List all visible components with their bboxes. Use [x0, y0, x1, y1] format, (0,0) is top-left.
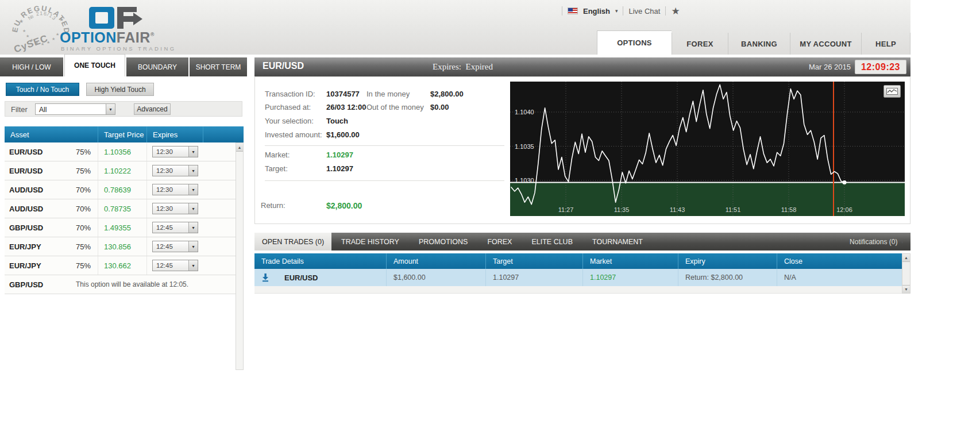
asset-name: EUR/USD	[5, 167, 76, 175]
scroll-down-icon[interactable]: ▼	[902, 285, 910, 293]
target-price: 0.78639	[98, 180, 146, 199]
asset-row[interactable]: EUR/USD75% 1.10222 12:30▾	[5, 161, 236, 180]
dropdown-arrow-icon: ▾	[188, 260, 198, 271]
svg-text:CySEC: CySEC	[13, 33, 49, 54]
asset-name: EUR/JPY	[5, 242, 76, 251]
target-price: 130.856	[98, 237, 146, 256]
asset-name: GBP/USD	[5, 280, 76, 289]
options-sidebar: HIGH / LOW ONE TOUCH BOUNDARY SHORT TERM…	[0, 57, 247, 352]
asset-table-scrollbar[interactable]: ▲	[236, 142, 244, 370]
target-price: 130.662	[98, 256, 146, 275]
payout-percent: 75%	[76, 261, 98, 270]
invested-value: $1,600.00	[326, 130, 360, 139]
divider	[265, 180, 504, 181]
advanced-button[interactable]: Advanced	[134, 103, 171, 115]
svg-text:11:27: 11:27	[558, 206, 574, 213]
chart-type-button[interactable]	[883, 85, 901, 98]
expiry-select[interactable]: 12:30▾	[152, 165, 198, 176]
svg-text:OPTIONFAIR®: OPTIONFAIR®	[60, 29, 155, 45]
asset-row[interactable]: GBP/USD70% 1.49355 12:45▾	[5, 218, 236, 237]
svg-text:11:58: 11:58	[781, 206, 797, 213]
download-trade-icon[interactable]	[258, 273, 273, 282]
us-flag-icon	[568, 7, 578, 14]
trade-row[interactable]: EUR/USD $1,600.00 1.10297 1.10297 Return…	[254, 269, 902, 286]
bottom-tab-bar: OPEN TRADES (0) TRADE HISTORY PROMOTIONS…	[254, 233, 910, 251]
asset-row[interactable]: EUR/JPY75% 130.856 12:45▾	[5, 237, 236, 256]
notifications-toggle[interactable]: Notifications (0) ▾	[850, 233, 904, 251]
svg-text:★: ★	[19, 18, 24, 24]
svg-text:★: ★	[22, 29, 26, 33]
filter-label: Filter	[11, 105, 28, 114]
top-header: EU REGULATED № 216/13 ★ ★ ★ ★ ★ ★ ★ ★ ★ …	[0, 0, 910, 55]
selection-label: Your selection:	[265, 117, 314, 125]
asset-row[interactable]: AUD/USD70% 0.78735 12:30▾	[5, 199, 236, 218]
trades-scrollbar[interactable]: ▲ ▼	[902, 253, 910, 294]
trade-amount: $1,600.00	[386, 269, 485, 286]
favorite-star-icon[interactable]: ★	[671, 6, 680, 16]
divider	[665, 6, 666, 16]
tab-tournament[interactable]: TOURNAMENT	[582, 233, 653, 251]
tab-high-low[interactable]: HIGH / LOW	[0, 57, 63, 76]
filter-bar: Filter All ▾ Advanced	[5, 101, 242, 117]
nav-tab-forex[interactable]: FOREX	[672, 33, 728, 55]
col-close: Close	[777, 253, 902, 269]
tab-one-touch[interactable]: ONE TOUCH	[64, 54, 125, 76]
expiry-select[interactable]: 12:45▾	[152, 260, 198, 271]
availability-note: This option will be available at 12:05.	[76, 280, 188, 288]
target-price: 1.49355	[98, 218, 146, 237]
col-amount: Amount	[386, 253, 485, 269]
scroll-up-icon[interactable]: ▲	[902, 254, 910, 262]
chevron-down-icon[interactable]: ▾	[615, 8, 618, 14]
col-asset: Asset	[5, 130, 98, 139]
payout-percent: 75%	[76, 148, 98, 156]
svg-text:★: ★	[52, 37, 55, 41]
out-of-money-label: Out of the money	[366, 103, 424, 111]
target-price: 1.10222	[98, 161, 146, 180]
payout-percent: 70%	[76, 205, 98, 213]
line-chart-icon	[886, 88, 898, 95]
tab-boundary[interactable]: BOUNDARY	[126, 57, 188, 76]
dropdown-arrow-icon: ▾	[188, 147, 198, 157]
expiry-select[interactable]: 12:45▾	[152, 222, 198, 233]
tab-forex[interactable]: FOREX	[477, 233, 522, 251]
col-trade-details: Trade Details	[254, 253, 386, 269]
nav-tab-help[interactable]: HELP	[861, 33, 910, 55]
invested-label: Invested amount:	[265, 130, 322, 139]
payout-percent: 75%	[76, 167, 98, 175]
expiry-select[interactable]: 12:30▾	[152, 203, 198, 214]
asset-row[interactable]: EUR/USD75% 1.10356 12:30▾	[5, 142, 236, 161]
asset-row[interactable]: EUR/JPY75% 130.662 12:45▾	[5, 256, 236, 275]
asset-table: Asset Target Price Expires EUR/USD75% 1.…	[5, 126, 244, 294]
tab-elite-club[interactable]: ELITE CLUB	[522, 233, 582, 251]
col-expiry: Expiry	[678, 253, 777, 269]
tab-short-term[interactable]: SHORT TERM	[190, 57, 247, 76]
tab-promotions[interactable]: PROMOTIONS	[409, 233, 477, 251]
live-chat-link[interactable]: Live Chat	[628, 7, 660, 16]
asset-name: AUD/USD	[5, 205, 76, 213]
filter-select[interactable]: All ▾	[35, 103, 115, 115]
payout-percent: 70%	[76, 223, 98, 232]
scroll-up-icon[interactable]: ▲	[236, 143, 243, 152]
expiry-select[interactable]: 12:30▾	[152, 146, 198, 157]
tab-open-trades[interactable]: OPEN TRADES (0)	[254, 233, 331, 251]
out-of-money-value: $0.00	[430, 103, 449, 111]
server-clock: 12:09:23	[855, 60, 906, 74]
asset-name: AUD/USD	[5, 186, 76, 194]
tab-trade-history[interactable]: TRADE HISTORY	[331, 233, 409, 251]
high-yield-touch-button[interactable]: High Yield Touch	[86, 83, 154, 96]
language-selector[interactable]: English	[583, 7, 610, 16]
dropdown-arrow-icon[interactable]: ▾	[106, 104, 115, 114]
col-market: Market	[582, 253, 678, 269]
expiry-select[interactable]: 12:45▾	[152, 241, 198, 252]
touch-mode-row: Touch / No Touch High Yield Touch	[0, 83, 247, 96]
asset-row-unavailable: GBP/USD This option will be available at…	[5, 275, 236, 294]
nav-tab-options[interactable]: OPTIONS	[597, 30, 672, 55]
nav-tab-my-account[interactable]: MY ACCOUNT	[790, 33, 861, 55]
divider	[265, 145, 504, 146]
nav-tab-banking[interactable]: BANKING	[728, 33, 790, 55]
filter-selected-value: All	[39, 106, 47, 114]
expiry-select[interactable]: 12:30▾	[152, 184, 198, 195]
svg-text:11:43: 11:43	[670, 206, 685, 213]
touch-no-touch-button[interactable]: Touch / No Touch	[6, 83, 79, 96]
asset-row[interactable]: AUD/USD70% 0.78639 12:30▾	[5, 180, 236, 199]
